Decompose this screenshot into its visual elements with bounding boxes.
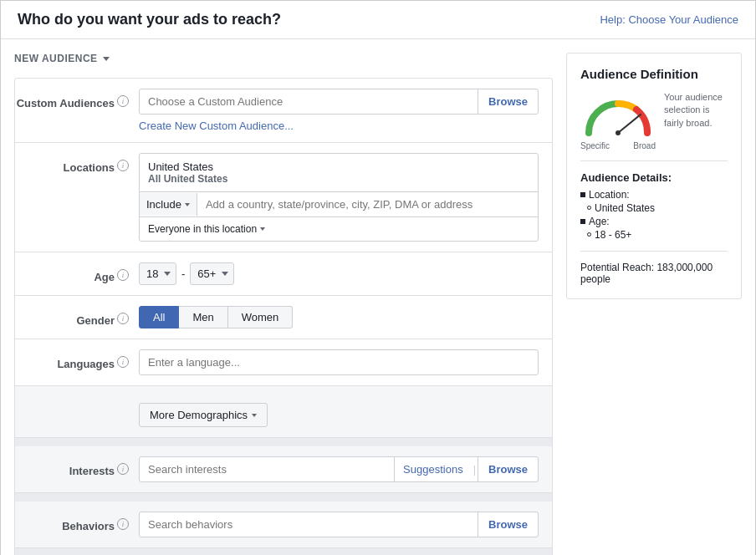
behaviors-info-icon[interactable]: i	[117, 518, 129, 530]
age-dash: -	[181, 267, 185, 280]
custom-audiences-label: Custom Audiences	[14, 93, 115, 109]
everyone-dropdown-arrow	[260, 227, 265, 231]
svg-line-0	[618, 115, 641, 133]
custom-audiences-info-icon[interactable]: i	[117, 95, 129, 107]
left-panel: NEW AUDIENCE Custom Audiences i Browse	[14, 53, 553, 555]
audience-def-title: Audience Definition	[580, 67, 728, 81]
more-demographics-control: More Demographics	[139, 396, 539, 427]
detail-location-value: United States	[580, 202, 728, 214]
age-inputs: 18 21 25 - 65+ 55 45	[139, 262, 539, 285]
potential-reach: Potential Reach: 183,000,000 people	[580, 262, 728, 285]
languages-label-wrap: Languages i	[28, 349, 129, 370]
language-input[interactable]	[139, 349, 539, 375]
form-section: Custom Audiences i Browse Create New Cus…	[14, 78, 553, 555]
svg-point-1	[616, 130, 621, 135]
location-input-row: Include	[140, 192, 538, 217]
interests-input-wrap: Suggestions | Browse	[139, 456, 539, 482]
age-max-select[interactable]: 65+ 55 45	[190, 262, 234, 285]
gender-men-btn[interactable]: Men	[179, 306, 227, 328]
custom-audiences-input-browse: Browse	[139, 89, 539, 115]
page-header: Who do you want your ads to reach? Help:…	[1, 1, 755, 39]
new-audience-dropdown-arrow[interactable]	[103, 57, 110, 61]
more-demographics-btn[interactable]: More Demographics	[139, 403, 268, 427]
languages-row: Languages i	[15, 339, 552, 386]
interests-row: Interests i Suggestions | Browse	[15, 446, 552, 493]
gender-row: Gender i All Men Women	[15, 296, 552, 339]
location-country: United States	[148, 160, 529, 173]
languages-label: Languages	[14, 354, 115, 370]
section-divider-3	[15, 548, 552, 555]
gauge-svg: Specific Broad	[580, 91, 656, 150]
gender-buttons: All Men Women	[139, 306, 539, 328]
audience-details-title: Audience Details:	[580, 171, 728, 184]
behaviors-browse-btn[interactable]: Browse	[478, 512, 538, 537]
gender-label-wrap: Gender i	[28, 306, 129, 327]
location-sub: All United States	[148, 173, 529, 185]
location-search-input[interactable]	[197, 192, 538, 216]
behaviors-row: Behaviors i Browse	[15, 502, 552, 548]
age-min-select[interactable]: 18 21 25	[139, 262, 176, 285]
locations-control: United States All United States Include	[139, 153, 539, 242]
custom-audiences-row: Custom Audiences i Browse Create New Cus…	[15, 79, 552, 143]
interests-info-icon[interactable]: i	[117, 463, 129, 475]
custom-audiences-label-wrap: Custom Audiences i	[28, 89, 129, 109]
locations-label-wrap: Locations i	[28, 153, 129, 174]
gender-women-btn[interactable]: Women	[228, 306, 294, 328]
bullet-location-value	[587, 206, 591, 210]
audience-def-divider-1	[580, 160, 728, 161]
page-title: Who do you want your ads to reach?	[18, 11, 281, 28]
locations-row: Locations i United States All United Sta…	[15, 143, 552, 252]
include-dropdown[interactable]: Include	[140, 193, 197, 216]
behaviors-label: Behaviors	[14, 516, 115, 532]
detail-age: Age:	[580, 216, 728, 227]
behaviors-search-input[interactable]	[140, 512, 478, 537]
age-row: Age i 18 21 25 - 65+	[15, 252, 552, 296]
audience-definition-box: Audience Definition	[566, 53, 742, 299]
languages-control	[139, 349, 539, 375]
behaviors-control: Browse	[139, 512, 539, 537]
interests-suggestions-btn[interactable]: Suggestions	[394, 457, 472, 481]
interests-browse-btn[interactable]: Browse	[478, 457, 538, 481]
more-demographics-label-wrap	[28, 396, 129, 400]
behaviors-label-wrap: Behaviors i	[28, 512, 129, 532]
bullet-age	[580, 219, 585, 224]
section-divider-1	[15, 438, 552, 446]
bullet-age-value	[587, 232, 591, 237]
everyone-dropdown[interactable]: Everyone in this location	[140, 217, 538, 241]
interests-label: Interests	[14, 461, 115, 477]
age-control: 18 21 25 - 65+ 55 45	[139, 262, 539, 285]
gender-control: All Men Women	[139, 306, 539, 328]
audience-details-list: Location: United States Age: 18 - 65+	[580, 189, 728, 241]
gauge-row: Specific Broad Your audience selection i…	[580, 91, 728, 150]
age-label: Age	[14, 267, 115, 283]
interests-search-input[interactable]	[140, 457, 394, 481]
help-link[interactable]: Help: Choose Your Audience	[600, 13, 738, 26]
gender-info-icon[interactable]: i	[117, 313, 129, 324]
custom-audiences-input[interactable]	[140, 89, 478, 114]
gender-label: Gender	[14, 310, 115, 327]
locations-info-icon[interactable]: i	[117, 160, 129, 171]
include-dropdown-arrow	[185, 203, 190, 206]
detail-location: Location:	[580, 189, 728, 201]
age-label-wrap: Age i	[28, 262, 129, 283]
location-selected: United States All United States	[140, 154, 538, 192]
more-demographics-arrow	[252, 414, 257, 417]
locations-label: Locations	[14, 157, 115, 174]
languages-info-icon[interactable]: i	[117, 356, 129, 368]
behaviors-input-browse: Browse	[139, 512, 539, 537]
right-panel: Audience Definition	[566, 53, 742, 555]
more-demographics-row: More Demographics	[15, 386, 552, 438]
new-audience-label: NEW AUDIENCE	[14, 53, 98, 64]
interests-label-wrap: Interests i	[28, 456, 129, 477]
audience-def-divider-2	[580, 251, 728, 252]
custom-audiences-browse-btn[interactable]: Browse	[478, 89, 538, 114]
bullet-location	[580, 192, 585, 197]
detail-age-value: 18 - 65+	[580, 229, 728, 241]
age-info-icon[interactable]: i	[117, 269, 129, 281]
gauge-description: Your audience selection is fairly broad.	[664, 91, 728, 130]
custom-audiences-control: Browse Create New Custom Audience...	[139, 89, 539, 132]
create-custom-audience-link[interactable]: Create New Custom Audience...	[139, 120, 539, 132]
interests-control: Suggestions | Browse	[139, 456, 539, 482]
main-content: NEW AUDIENCE Custom Audiences i Browse	[1, 39, 755, 555]
gender-all-btn[interactable]: All	[139, 306, 179, 328]
